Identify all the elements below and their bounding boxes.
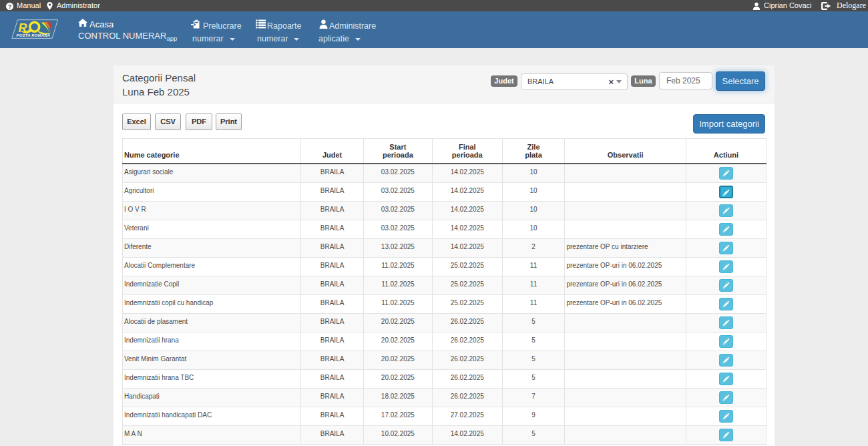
svg-text:POSTA ROMÂNĂ: POSTA ROMÂNĂ xyxy=(17,33,51,37)
svg-text:?: ? xyxy=(8,3,11,10)
